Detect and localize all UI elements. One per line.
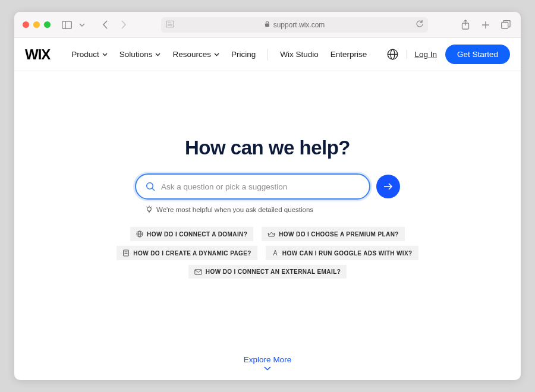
nav-label: Solutions xyxy=(119,50,153,59)
search-icon xyxy=(146,182,155,191)
site-header: WIX Product Solutions Resources Pricing … xyxy=(14,38,521,71)
nav-solutions[interactable]: Solutions xyxy=(119,50,161,59)
nav-product[interactable]: Product xyxy=(71,50,108,59)
wix-logo[interactable]: WIX xyxy=(25,46,50,63)
nav-label: Product xyxy=(71,50,99,59)
language-button[interactable] xyxy=(386,49,398,61)
svg-rect-11 xyxy=(502,23,508,29)
ads-icon xyxy=(272,249,279,257)
chevron-down-icon xyxy=(264,366,271,371)
suggestion-chip[interactable]: HOW DO I CONNECT A DOMAIN? xyxy=(130,227,253,241)
suggestion-chips: HOW DO I CONNECT A DOMAIN? HOW DO I CHOO… xyxy=(101,227,434,279)
new-tab-icon[interactable] xyxy=(479,18,492,31)
window-close-button[interactable] xyxy=(23,21,29,28)
chip-label: HOW DO I CONNECT AN EXTERNAL EMAIL? xyxy=(206,268,341,275)
chevron-down-icon xyxy=(155,53,160,56)
search-input[interactable] xyxy=(161,182,360,191)
nav-label: Pricing xyxy=(231,50,256,59)
arrow-right-icon xyxy=(383,183,393,190)
suggestion-chip[interactable]: HOW CAN I RUN GOOGLE ADS WITH WIX? xyxy=(266,246,418,260)
get-started-button[interactable]: Get Started xyxy=(445,45,510,64)
chip-label: HOW DO I CONNECT A DOMAIN? xyxy=(147,231,247,238)
chip-label: HOW DO I CREATE A DYNAMIC PAGE? xyxy=(133,250,251,257)
suggestion-chip[interactable]: HOW DO I CREATE A DYNAMIC PAGE? xyxy=(117,246,257,260)
lock-icon xyxy=(265,21,270,29)
nav-back-button[interactable] xyxy=(98,18,111,31)
lightbulb-icon xyxy=(146,206,153,214)
chevron-down-icon xyxy=(102,53,108,56)
svg-point-15 xyxy=(147,183,153,189)
search-hint: We're most helpful when you ask detailed… xyxy=(134,206,401,214)
browser-window: support.wix.com WIX Product xyxy=(14,12,521,380)
share-icon[interactable] xyxy=(459,18,472,31)
reader-mode-icon[interactable] xyxy=(166,20,174,29)
url-host: support.wix.com xyxy=(273,21,325,29)
chevron-down-icon[interactable] xyxy=(75,18,89,31)
svg-line-21 xyxy=(151,207,152,207)
chevron-down-icon xyxy=(214,53,219,56)
explore-label: Explore More xyxy=(244,355,291,364)
search-box[interactable] xyxy=(135,173,370,200)
nav-pricing[interactable]: Pricing xyxy=(231,50,256,59)
nav-resources[interactable]: Resources xyxy=(172,50,219,59)
hint-text: We're most helpful when you ask detailed… xyxy=(156,206,313,213)
login-link[interactable]: Log In xyxy=(407,50,437,59)
globe-icon xyxy=(387,49,398,60)
window-minimize-button[interactable] xyxy=(33,21,40,28)
search-submit-button[interactable] xyxy=(376,175,400,198)
mail-icon xyxy=(194,269,202,275)
page-headline: How can we help? xyxy=(185,137,350,159)
nav-forward-button[interactable] xyxy=(117,18,130,31)
reload-icon[interactable] xyxy=(416,20,423,30)
globe-icon xyxy=(136,230,143,238)
suggestion-chip[interactable]: HOW DO I CONNECT AN EXTERNAL EMAIL? xyxy=(188,265,347,279)
nav-label: Resources xyxy=(172,50,211,59)
nav-label: Wix Studio xyxy=(280,50,319,59)
browser-chrome: support.wix.com xyxy=(14,12,521,38)
window-controls xyxy=(23,21,51,28)
nav-wix-studio[interactable]: Wix Studio xyxy=(280,50,319,59)
address-bar[interactable]: support.wix.com xyxy=(161,17,428,33)
chip-label: HOW CAN I RUN GOOGLE ADS WITH WIX? xyxy=(282,250,413,257)
svg-point-18 xyxy=(147,207,151,211)
nav-divider xyxy=(268,49,268,61)
svg-rect-6 xyxy=(265,23,269,27)
search-row xyxy=(135,173,400,200)
nav-enterprise[interactable]: Enterprise xyxy=(331,50,367,59)
tab-overview-icon[interactable] xyxy=(499,18,512,31)
window-zoom-button[interactable] xyxy=(44,21,51,28)
crown-icon xyxy=(268,231,275,238)
svg-line-16 xyxy=(152,188,155,191)
page-icon xyxy=(122,249,130,257)
primary-nav: Product Solutions Resources Pricing Wix … xyxy=(71,49,367,61)
svg-rect-0 xyxy=(62,21,71,29)
sidebar-toggle-icon[interactable] xyxy=(60,18,73,31)
explore-more-link[interactable]: Explore More xyxy=(244,355,291,371)
main-content: How can we help? We're most helpful when… xyxy=(14,71,521,380)
chip-label: HOW DO I CHOOSE A PREMIUM PLAN? xyxy=(279,231,399,238)
svg-line-20 xyxy=(147,207,147,207)
nav-label: Enterprise xyxy=(331,50,367,59)
suggestion-chip[interactable]: HOW DO I CHOOSE A PREMIUM PLAN? xyxy=(262,227,405,241)
